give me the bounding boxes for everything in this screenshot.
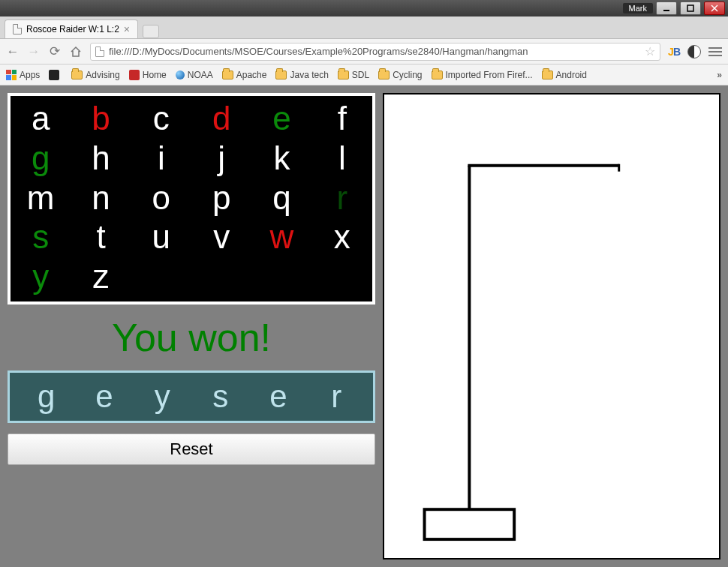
letter-f[interactable]: f — [312, 99, 372, 139]
reset-button[interactable]: Reset — [8, 434, 375, 465]
bookmark-item[interactable] — [49, 70, 62, 80]
folder-icon — [432, 70, 443, 80]
letter-n[interactable]: n — [71, 178, 131, 218]
game-status-text: You won! — [8, 315, 375, 360]
jb-extension-icon[interactable]: JB — [668, 46, 680, 58]
window-maximize-button[interactable] — [680, 2, 701, 15]
bookmark-star-icon[interactable]: ☆ — [645, 44, 655, 58]
browser-menu-button[interactable] — [708, 47, 722, 56]
bookmark-item[interactable]: Imported From Firef... — [432, 70, 533, 80]
letter-empty — [251, 257, 311, 297]
letter-t[interactable]: t — [71, 218, 131, 257]
bookmark-item[interactable]: Apache — [222, 70, 267, 80]
user-chip: Mark — [623, 3, 653, 14]
new-tab-button[interactable] — [143, 25, 159, 38]
letter-q[interactable]: q — [251, 178, 311, 218]
letter-p[interactable]: p — [191, 178, 251, 218]
bookmark-item[interactable]: Home — [129, 70, 167, 80]
folder-icon — [542, 70, 553, 80]
nav-reload-button[interactable]: ⟳ — [48, 45, 62, 58]
letter-a[interactable]: a — [11, 99, 71, 139]
letter-b: b — [71, 99, 131, 139]
apps-button[interactable]: Apps — [6, 70, 40, 80]
letter-k[interactable]: k — [251, 139, 311, 178]
svg-rect-4 — [425, 509, 515, 539]
word-letter-2: y — [134, 379, 191, 415]
letter-y: y — [11, 257, 71, 297]
square-black-icon — [49, 70, 59, 80]
bookmark-item[interactable]: SDL — [338, 70, 369, 80]
letter-i[interactable]: i — [131, 139, 191, 178]
nav-forward-button: → — [27, 45, 41, 58]
letter-x[interactable]: x — [312, 218, 372, 257]
window-minimize-button[interactable] — [656, 2, 677, 15]
letter-l[interactable]: l — [312, 139, 372, 178]
word-letter-1: e — [75, 379, 133, 415]
page-viewport: abcdefghijklmnopqrstuvwxyz You won! geys… — [0, 86, 728, 567]
letter-v[interactable]: v — [191, 218, 251, 257]
browser-toolbar: ← → ⟳ file:///D:/MyDocs/Documents/MSOE/C… — [0, 39, 728, 64]
file-icon — [95, 46, 104, 57]
letter-e: e — [251, 99, 311, 139]
tab-close-button[interactable]: × — [124, 23, 130, 35]
letter-c[interactable]: c — [131, 99, 191, 139]
bookmark-item[interactable]: Advising — [71, 70, 119, 80]
letter-empty — [131, 257, 191, 297]
letter-g: g — [11, 139, 71, 178]
window-close-button[interactable] — [704, 2, 725, 15]
word-letter-0: g — [17, 379, 75, 415]
folder-icon — [378, 70, 390, 80]
letter-w: w — [251, 218, 311, 257]
bookmark-item[interactable]: Cycling — [378, 70, 422, 80]
bookmark-item[interactable]: NOAA — [176, 70, 213, 80]
letter-d: d — [191, 99, 251, 139]
letter-j[interactable]: j — [191, 139, 251, 178]
letter-r: r — [312, 178, 372, 218]
tab-title: Roscoe Raider W:1 L:2 — [26, 24, 119, 34]
word-letter-3: s — [191, 379, 249, 415]
left-column: abcdefghijklmnopqrstuvwxyz You won! geys… — [8, 93, 375, 560]
letter-z[interactable]: z — [71, 257, 131, 297]
window-titlebar: Mark — [0, 0, 728, 16]
svg-rect-1 — [687, 5, 693, 11]
word-display: geyser — [8, 370, 375, 423]
blue-dot-icon — [176, 70, 185, 80]
apps-icon — [6, 70, 17, 80]
gallows-canvas — [383, 93, 720, 560]
letter-u[interactable]: u — [131, 218, 191, 257]
letter-empty — [191, 257, 251, 297]
folder-icon — [275, 70, 287, 80]
browser-tab[interactable]: Roscoe Raider W:1 L:2 × — [5, 20, 138, 38]
bookmark-item[interactable]: Android — [542, 70, 587, 80]
address-bar[interactable]: file:///D:/MyDocs/Documents/MSOE/Courses… — [90, 43, 660, 61]
bookmark-item[interactable]: Java tech — [275, 70, 328, 80]
folder-icon — [338, 70, 349, 80]
alphabet-grid: abcdefghijklmnopqrstuvwxyz — [8, 93, 375, 304]
nav-back-button[interactable]: ← — [6, 45, 20, 58]
bookmarks-overflow-button[interactable]: » — [717, 70, 722, 80]
letter-h[interactable]: h — [71, 139, 131, 178]
address-text: file:///D:/MyDocs/Documents/MSOE/Courses… — [109, 46, 640, 57]
folder-icon — [71, 70, 83, 80]
word-letter-5: r — [308, 379, 366, 415]
letter-m[interactable]: m — [11, 178, 71, 218]
browser-tab-strip: Roscoe Raider W:1 L:2 × — [0, 16, 728, 39]
bookmarks-bar: Apps Advising Home NOAA Apache Java tech… — [0, 64, 728, 86]
contrast-extension-icon[interactable] — [687, 45, 701, 58]
svg-rect-0 — [663, 10, 669, 11]
letter-s: s — [11, 218, 71, 257]
folder-icon — [222, 70, 233, 80]
red-square-icon — [129, 70, 140, 80]
page-icon — [13, 24, 22, 34]
letter-o[interactable]: o — [131, 178, 191, 218]
gallows-drawing — [384, 94, 719, 558]
nav-home-button[interactable] — [69, 45, 83, 58]
letter-empty — [312, 257, 372, 297]
word-letter-4: e — [249, 379, 307, 415]
apps-label: Apps — [20, 70, 40, 80]
